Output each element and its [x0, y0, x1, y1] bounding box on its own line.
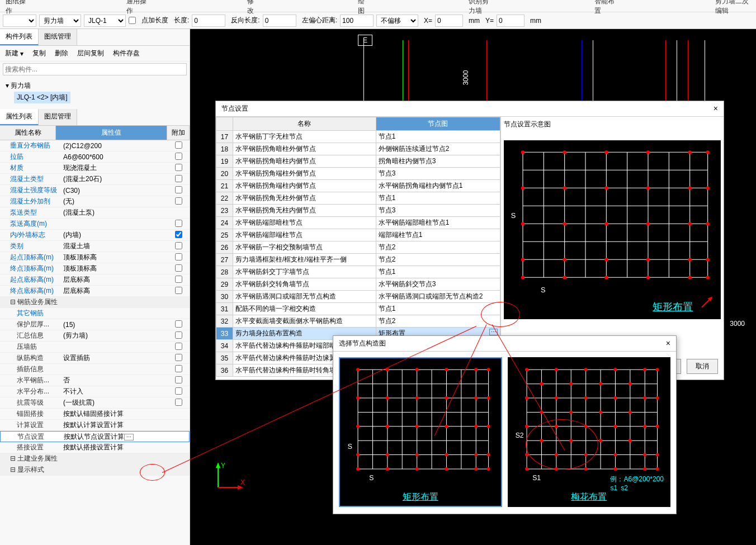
menu-item[interactable]: 识别剪力墙: [469, 0, 494, 16]
node-row[interactable]: 29水平钢筋斜交转角墙节点水平钢筋斜交节点3: [216, 278, 500, 291]
node-row[interactable]: 23水平钢筋拐角无柱内侧节点节点3: [216, 205, 500, 217]
tab-properties[interactable]: 属性列表: [0, 109, 39, 125]
length-checkbox[interactable]: [129, 17, 136, 24]
node-row[interactable]: 32水平变截面墙变截面侧水平钢筋构造节点2: [216, 315, 500, 328]
add-checkbox[interactable]: [175, 264, 182, 272]
more-button[interactable]: ⋯: [124, 434, 134, 440]
node-row[interactable]: 30水平钢筋遇洞口或端部无节点构造水平钢筋遇洞口或端部无节点构造2: [216, 291, 500, 303]
tree-root[interactable]: ▾ 剪力墙: [6, 80, 184, 92]
property-row[interactable]: 泵送高度(m): [0, 219, 190, 230]
node-row[interactable]: 27剪力墙遇框架柱/框支柱/端柱平齐一侧节点2: [216, 254, 500, 266]
node-row[interactable]: 18水平钢筋拐角暗柱外侧节点外侧钢筋连续通过节点2: [216, 143, 500, 155]
node-row[interactable]: 24水平钢筋端部暗柱节点水平钢筋端部暗柱节点1: [216, 217, 500, 229]
node-row[interactable]: 26水平钢筋一字相交预制墙节点节点2: [216, 241, 500, 254]
close-button[interactable]: ×: [666, 339, 670, 348]
close-button[interactable]: ×: [714, 104, 718, 113]
property-row[interactable]: 其它钢筋: [0, 308, 190, 319]
node-row[interactable]: 20水平钢筋拐角端柱外侧节点节点3: [216, 168, 500, 180]
property-row[interactable]: 混凝土外加剂(无): [0, 196, 190, 207]
add-checkbox[interactable]: [175, 164, 182, 171]
property-row[interactable]: 锚固搭接按默认锚固搭接计算: [0, 409, 190, 420]
property-row[interactable]: 计算设置按默认计算设置计算: [0, 420, 190, 431]
property-row[interactable]: 搭接设置按默认搭接设置计算: [0, 442, 190, 453]
menu-item[interactable]: 通用操作: [126, 0, 147, 16]
offset-mode[interactable]: 不偏移: [376, 15, 418, 27]
add-checkbox[interactable]: [175, 253, 182, 260]
type-select[interactable]: 剪力墙: [39, 15, 81, 27]
node-row[interactable]: 31配筋不同的墙一字相交构造节点1: [216, 303, 500, 315]
property-row[interactable]: 终点顶标高(m)顶板顶标高: [0, 263, 190, 274]
property-row[interactable]: 插筋信息: [0, 364, 190, 375]
add-checkbox[interactable]: [175, 197, 182, 205]
property-row[interactable]: 混凝土强度等级(C30): [0, 185, 190, 196]
add-checkbox[interactable]: [175, 387, 182, 395]
property-row[interactable]: 起点顶标高(m)顶板顶标高: [0, 252, 190, 263]
property-row[interactable]: 垂直分布钢筋(2)C12@200: [0, 140, 190, 151]
add-checkbox[interactable]: [175, 231, 182, 238]
add-checkbox[interactable]: [175, 320, 182, 328]
property-row[interactable]: 纵筋构造设置插筋: [0, 353, 190, 364]
property-row[interactable]: 水平分布...不计入: [0, 386, 190, 397]
property-row[interactable]: 汇总信息(剪力墙): [0, 330, 190, 342]
new-button[interactable]: 新建 ▾: [3, 48, 26, 59]
node-row[interactable]: 19水平钢筋拐角暗柱内侧节点拐角暗柱内侧节点3: [216, 155, 500, 168]
property-row[interactable]: 保护层厚...(15): [0, 319, 190, 330]
node-row[interactable]: 25水平钢筋端部端柱节点端部端柱节点1: [216, 229, 500, 241]
add-checkbox[interactable]: [175, 276, 182, 283]
offset-input[interactable]: [340, 15, 374, 27]
property-row[interactable]: ⊟ 钢筋业务属性: [0, 297, 190, 308]
menu-item[interactable]: 剪力墙二次编辑: [715, 0, 750, 16]
add-checkbox[interactable]: [175, 141, 182, 149]
add-checkbox[interactable]: [175, 220, 182, 227]
length-input[interactable]: [192, 15, 225, 27]
property-row[interactable]: ⊟ 土建业务属性: [0, 453, 190, 465]
save-button[interactable]: 构件存盘: [111, 48, 142, 59]
add-checkbox[interactable]: [175, 354, 182, 361]
property-row[interactable]: 节点设置按默认节点设置计算⋯: [0, 431, 190, 442]
item-select[interactable]: JLQ-1: [84, 15, 126, 27]
node-row[interactable]: 17水平钢筋丁字无柱节点节点1: [216, 131, 500, 143]
node-row[interactable]: 22水平钢筋拐角无柱外侧节点节点1: [216, 192, 500, 205]
property-row[interactable]: 抗震等级(一级抗震): [0, 397, 190, 409]
cancel-button[interactable]: 取消: [687, 359, 718, 374]
tree-item[interactable]: JLQ-1 <2> [内墙]: [14, 92, 70, 103]
menu-item[interactable]: 智能布置: [594, 0, 615, 16]
property-row[interactable]: 起点底标高(m)层底标高: [0, 274, 190, 286]
add-checkbox[interactable]: [175, 399, 182, 406]
blank-select[interactable]: [3, 15, 36, 27]
tab-layers[interactable]: 图层管理: [39, 109, 77, 125]
add-checkbox[interactable]: [175, 343, 182, 350]
property-row[interactable]: 压墙筋: [0, 342, 190, 353]
y-input[interactable]: [497, 15, 525, 27]
property-row[interactable]: 水平钢筋...否: [0, 375, 190, 386]
copy-button[interactable]: 复制: [30, 48, 48, 59]
option-rect[interactable]: S S 矩形布置: [339, 357, 502, 507]
add-checkbox[interactable]: [175, 186, 182, 193]
property-row[interactable]: 拉筋A6@600*600: [0, 151, 190, 163]
add-checkbox[interactable]: [175, 287, 182, 294]
property-row[interactable]: 混凝土类型(混凝土20石): [0, 174, 190, 185]
add-checkbox[interactable]: [175, 242, 182, 249]
node-row[interactable]: 28水平钢筋斜交丁字墙节点节点1: [216, 266, 500, 278]
property-row[interactable]: 材质现浇混凝土: [0, 163, 190, 174]
reverse-input[interactable]: [263, 15, 296, 27]
x-input[interactable]: [435, 15, 463, 27]
property-row[interactable]: 终点底标高(m)层底标高: [0, 286, 190, 297]
menu-item[interactable]: 图纸操作: [6, 0, 26, 16]
add-checkbox[interactable]: [175, 365, 182, 372]
tab-drawings[interactable]: 图纸管理: [39, 29, 77, 45]
menu-item[interactable]: 绘图: [358, 0, 368, 16]
property-row[interactable]: 泵送类型(混凝土泵): [0, 207, 190, 219]
property-row[interactable]: 类别混凝土墙: [0, 241, 190, 252]
menu-item[interactable]: 修改: [247, 0, 257, 16]
property-row[interactable]: 内/外墙标志(内墙): [0, 230, 190, 241]
layer-copy-button[interactable]: 层间复制: [75, 48, 106, 59]
node-row[interactable]: 21水平钢筋拐角端柱内侧节点水平钢筋拐角端柱内侧节点1: [216, 180, 500, 192]
tab-components[interactable]: 构件列表: [0, 29, 39, 45]
add-checkbox[interactable]: [175, 331, 182, 339]
add-checkbox[interactable]: [175, 376, 182, 383]
add-checkbox[interactable]: [175, 175, 182, 182]
delete-button[interactable]: 删除: [53, 48, 70, 59]
search-input[interactable]: [3, 63, 187, 75]
add-checkbox[interactable]: [175, 153, 182, 160]
